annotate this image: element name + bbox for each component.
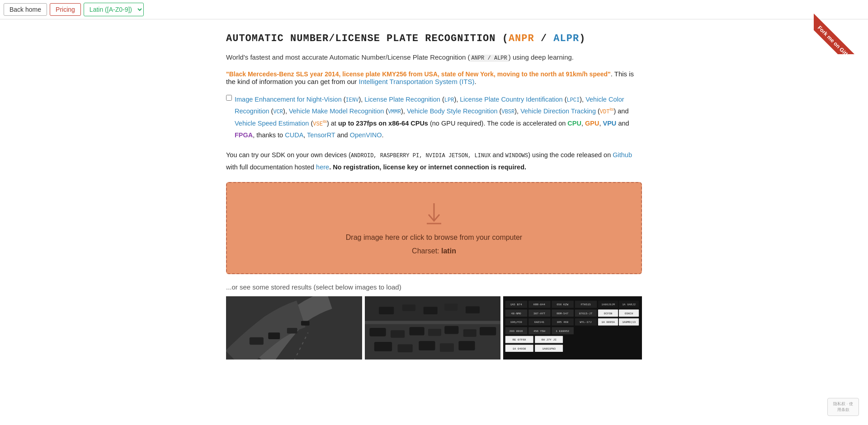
charset-value: latin — [441, 247, 456, 255]
svg-text:87615-JT: 87615-JT — [579, 312, 593, 315]
thumbnail-highway2[interactable] — [365, 296, 501, 360]
lpci-abbr: LPCI — [566, 97, 580, 103]
subtitle-acronym: ANPR / ALPR — [470, 55, 509, 62]
svg-text:KRR-044: KRR-044 — [533, 304, 545, 307]
svg-text:1A0G1PN3: 1A0G1PN3 — [542, 347, 556, 350]
svg-rect-16 — [480, 327, 496, 336]
sdk-and: and — [491, 151, 505, 159]
lpr-link[interactable]: License Plate Recognition — [364, 96, 440, 103]
cuda-link[interactable]: CUDA — [285, 131, 303, 139]
thumbnail-plates[interactable]: 1A5 B74 KRR-044 656 KZW FTH515 48-NM0 30… — [503, 296, 642, 360]
fpga-label: FPGA — [235, 131, 253, 139]
charset-label: Charset: — [412, 247, 439, 255]
sdk-mid: ) using the code released on — [528, 151, 611, 159]
drop-text: Drag image here or click to browse from … — [346, 234, 522, 242]
svg-rect-6 — [301, 321, 310, 326]
title-suffix: ) — [579, 33, 585, 44]
svg-rect-26 — [423, 307, 437, 314]
lpr-abbr: LPR — [444, 97, 454, 103]
thumbnails-row: 1A5 B74 KRR-044 656 KZW FTH515 48-NM0 30… — [226, 296, 642, 360]
svg-text:RE 07F6X: RE 07F6X — [513, 338, 526, 341]
svg-rect-19 — [419, 341, 435, 350]
svg-rect-24 — [379, 307, 394, 314]
sdk-suffix: with full documentation hosted — [226, 163, 314, 171]
svg-text:1A 0ARJ2: 1A 0ARJ2 — [623, 304, 636, 307]
vbsr-abbr: VBSR — [501, 109, 514, 115]
quote-block: "Black Mercedes-Benz SLS year 2014, lice… — [226, 70, 642, 85]
lpci-link[interactable]: License Plate Country Identification — [460, 96, 562, 103]
svg-text:WYL-17J: WYL-17J — [580, 321, 592, 324]
svg-text:1 E88952: 1 E88952 — [556, 330, 570, 333]
svg-rect-28 — [466, 306, 480, 313]
sdk-here-link[interactable]: here — [316, 163, 329, 171]
title-separator: / — [534, 33, 554, 44]
svg-rect-3 — [250, 337, 264, 345]
svg-text:1A 04930: 1A 04930 — [513, 347, 526, 350]
subtitle-text: World's fastest and most accurate Automa… — [226, 53, 470, 61]
sdk-github-link[interactable]: Github — [613, 151, 632, 159]
svg-rect-20 — [440, 343, 454, 352]
title-alpr: ALPR — [553, 33, 579, 44]
speed-suffix: (no GPU required). The code is accelerat… — [428, 120, 566, 127]
vpu-label: VPU — [603, 120, 617, 127]
sdk-no-registration: . No registration, license key or intern… — [329, 163, 526, 171]
svg-rect-11 — [391, 330, 405, 338]
svg-text:1A0MD(13: 1A0MD(13 — [623, 321, 636, 324]
svg-text:48-NM0: 48-NM0 — [511, 312, 522, 315]
svg-text:GHZ141: GHZ141 — [534, 321, 545, 324]
sdk-platforms: ANDROID, RASPBERRY PI, NVIDIA JETSON, LI… — [351, 153, 491, 159]
vse-abbr: VSE — [313, 121, 323, 127]
svg-rect-14 — [444, 326, 458, 334]
cpu-label: CPU — [567, 120, 581, 127]
thumbnail-highway1[interactable] — [226, 296, 362, 360]
svg-rect-4 — [268, 332, 280, 339]
svg-text:OSKCH: OSKCH — [625, 312, 633, 315]
quote-text: "Black Mercedes-Benz SLS year 2014, lice… — [226, 70, 611, 78]
back-home-button[interactable]: Back home — [4, 3, 47, 16]
sdk-intro: You can try our SDK on your own devices … — [226, 151, 351, 159]
features-checkbox-row: Image Enhancement for Night-Vision (IENV… — [226, 93, 642, 141]
features-checkbox[interactable] — [226, 95, 232, 101]
svg-text:1A00J9JM: 1A00J9JM — [602, 304, 615, 307]
svg-rect-12 — [409, 327, 424, 336]
openvino-link[interactable]: OpenVINO — [350, 131, 382, 139]
pricing-button[interactable]: Pricing — [50, 3, 81, 16]
subtitle-suffix: ) using deep learning. — [509, 53, 574, 61]
vmmr-link[interactable]: Vehicle Make Model Recognition — [289, 107, 384, 115]
svg-text:1A 0095A: 1A 0095A — [602, 321, 615, 324]
vdt-abbr: VDT — [600, 109, 610, 115]
drop-zone[interactable]: Drag image here or click to browse from … — [226, 182, 642, 274]
title-anpr: ANPR — [509, 33, 534, 44]
vdt-link[interactable]: Vehicle Direction Tracking — [520, 107, 596, 115]
upload-icon — [420, 201, 448, 228]
svg-rect-5 — [287, 328, 297, 333]
svg-rect-13 — [428, 329, 441, 336]
main-content: Automatic Number/License Plate Recogniti… — [217, 33, 651, 360]
charset-select[interactable]: Latin ([A-Z0-9]) Arabic Chinese Japanese… — [84, 3, 144, 16]
svg-rect-21 — [458, 341, 475, 350]
sdk-block: You can try our SDK on your own devices … — [226, 149, 642, 173]
tensorrt-link[interactable]: TensorRT — [307, 131, 335, 139]
svg-text:307-AYT: 307-AYT — [533, 312, 545, 315]
svg-rect-25 — [402, 304, 415, 311]
vbsr-link[interactable]: Vehicle Body Style Recognition — [407, 107, 498, 115]
stored-results-label: ...or see some stored results (select be… — [226, 283, 642, 291]
svg-text:106yYC0: 106yYC0 — [510, 321, 522, 324]
charset-display: Charset: latin — [412, 247, 456, 255]
svg-rect-27 — [444, 304, 458, 311]
svg-rect-17 — [374, 342, 392, 351]
its-link[interactable]: Intelligent Transportation System (ITS) — [359, 78, 475, 85]
svg-rect-15 — [463, 329, 476, 337]
ienv-abbr: IENV — [346, 97, 359, 103]
top-nav: Back home Pricing Latin ([A-Z0-9]) Arabi… — [0, 0, 868, 19]
vse-link[interactable]: Vehicle Speed Estimation — [235, 120, 309, 127]
svg-text:1A5 B74: 1A5 B74 — [510, 304, 522, 307]
svg-text:203 0916: 203 0916 — [509, 330, 523, 333]
vcr-abbr: VCR — [273, 109, 283, 115]
ienv-link[interactable]: Image Enhancement for Night-Vision — [235, 96, 342, 103]
sdk-windows: WINDOWS — [505, 153, 528, 159]
svg-text:6H J7Y JI: 6H J7Y JI — [542, 338, 557, 341]
svg-text:456 YSH: 456 YSH — [533, 330, 545, 333]
subtitle: World's fastest and most accurate Automa… — [226, 52, 642, 63]
svg-text:RRM-547: RRM-547 — [557, 312, 569, 315]
